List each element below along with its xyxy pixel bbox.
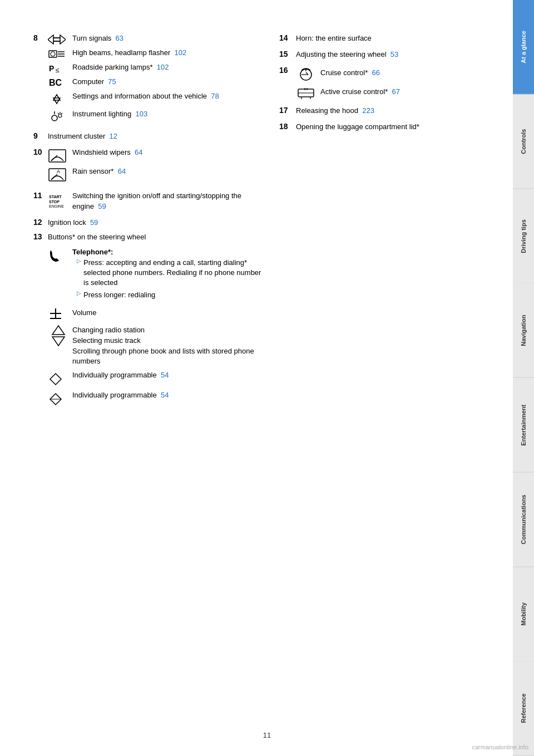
active-cruise-control-link[interactable]: 67 [392,87,400,96]
sidebar-tab-controls[interactable]: Controls [513,95,534,189]
section-10: 10 Windshield wipers 64 [33,148,263,185]
telephone-bullet-2-text: Press longer: redialing [83,290,155,300]
svg-point-12 [52,115,57,121]
svg-line-37 [306,72,308,75]
radio-text: Changing radio stationSelecting music tr… [72,325,263,367]
rain-sensor-link[interactable]: 64 [118,167,126,175]
sidebar-tab-entertainment[interactable]: Entertainment [513,378,534,473]
section-9-text: Instrument cluster 12 [48,131,263,142]
section-17-link[interactable]: 223 [362,106,374,115]
svg-text:≤: ≤ [56,66,60,73]
volume-icon [48,305,69,322]
down-arrow-icon [51,336,66,346]
computer-link[interactable]: 75 [108,77,116,86]
bullet-arrow-2-icon: ▷ [77,290,81,296]
sidebar-tab-mobility[interactable]: Mobility [513,567,534,662]
section-16-number: 16 [279,66,291,75]
telephone-bullet-1-text: Press: accepting and ending a call, star… [83,258,263,288]
cruise-control-icon [296,66,316,81]
settings-link[interactable]: 78 [211,92,219,100]
rain-sensor-text: Rain sensor* 64 [72,166,263,177]
parking-lamps-icon: P ≤ [48,62,69,73]
sidebar-tab-navigation[interactable]: Navigation [513,283,534,378]
section-15: 15 Adjusting the steering wheel 53 [279,50,491,60]
svg-text:STOP: STOP [49,200,60,204]
windshield-wipers-link[interactable]: 64 [135,148,142,156]
ind-prog-1-link[interactable]: 54 [161,371,169,379]
svg-marker-29 [52,326,65,335]
cruise-control-link[interactable]: 66 [372,68,379,77]
section-17: 17 Releasing the hood 223 [279,106,491,116]
section-13-text: Buttons* on the steering wheel [48,232,263,243]
svg-point-3 [51,52,55,56]
sidebar: At a glance Controls Driving tips Naviga… [513,0,534,756]
svg-text:P: P [49,64,54,73]
cruise-control-text: Cruise control* 66 [320,68,380,78]
right-column: 14 Horn: the entire surface 15 Adjusting… [279,33,491,734]
high-beams-link[interactable]: 102 [175,48,187,57]
instrument-lighting-icon [48,109,69,122]
svg-line-19 [51,155,57,161]
instrument-lighting-link[interactable]: 103 [135,110,147,118]
section-14-number: 14 [279,33,291,42]
turn-signals-icon [48,33,69,45]
section-17-text: Releasing the hood 223 [296,106,374,116]
svg-marker-1 [53,35,66,44]
section-10-number: 10 [33,148,46,156]
page-number: 11 [263,731,271,739]
section-16: 16 Cruise control* 66 [279,66,491,100]
parking-lamps-link[interactable]: 102 [157,63,169,71]
volume-text: Volume [72,308,263,318]
svg-marker-31 [50,374,61,385]
section-12-number: 12 [33,218,46,227]
section-11-text: Switching the ignition on/off and starti… [72,191,263,212]
section-11-link[interactable]: 59 [98,202,106,210]
section-9: 9 Instrument cluster 12 [33,131,263,142]
computer-icon: BC [48,77,69,88]
svg-line-17 [61,113,62,114]
settings-text: Settings and information about the vehic… [72,91,263,102]
sidebar-tab-reference[interactable]: Reference [513,661,534,756]
diamond-2-icon [48,390,69,407]
section-14: 14 Horn: the entire surface [279,33,491,44]
section-13-number: 13 [33,232,46,241]
section-11-number: 11 [33,191,46,200]
turn-signals-link[interactable]: 63 [116,34,123,42]
up-arrow-icon [51,325,66,335]
section-8-number: 8 [33,33,46,42]
telephone-icon [48,247,69,264]
svg-point-14 [58,114,62,117]
section-12-text: Ignition lock 59 [48,218,263,228]
section-15-link[interactable]: 53 [390,50,398,58]
start-stop-icon: START STOP ENGINE [48,191,69,208]
section-18: 18 Opening the luggage compartment lid* [279,122,491,132]
section-15-number: 15 [279,50,291,58]
section-9-number: 9 [33,131,46,140]
instrument-lighting-text: Instrument lighting 103 [72,109,263,120]
svg-marker-30 [52,337,65,346]
section-15-text: Adjusting the steering wheel 53 [296,50,398,60]
sidebar-tab-driving-tips[interactable]: Driving tips [513,189,534,284]
section-18-number: 18 [279,122,291,131]
sidebar-tab-communications[interactable]: Communications [513,473,534,567]
left-column: 8 Turn signals 63 [33,33,263,734]
telephone-label: Telephone*: [72,247,263,258]
windshield-wipers-icon [48,148,69,163]
bullet-arrow-icon: ▷ [77,258,81,264]
diamond-1-icon [48,370,69,387]
svg-text:A: A [57,169,60,174]
section-8: 8 Turn signals 63 [33,33,263,126]
section-12: 12 Ignition lock 59 [33,218,263,228]
svg-text:ENGINE: ENGINE [49,204,64,208]
sidebar-tab-at-a-glance[interactable]: At a glance [513,0,534,95]
section-12-link[interactable]: 59 [90,218,98,227]
section-9-link[interactable]: 12 [110,132,117,140]
ind-prog-2-link[interactable]: 54 [161,391,169,399]
individually-programmable-2-text: Individually programmable 54 [72,390,263,401]
svg-marker-0 [48,35,60,44]
svg-line-16 [58,113,59,114]
high-beams-icon [48,48,69,59]
active-cruise-control-text: Active cruise control* 67 [320,87,400,97]
section-14-text: Horn: the entire surface [296,33,372,44]
rain-sensor-icon: A [48,166,69,182]
